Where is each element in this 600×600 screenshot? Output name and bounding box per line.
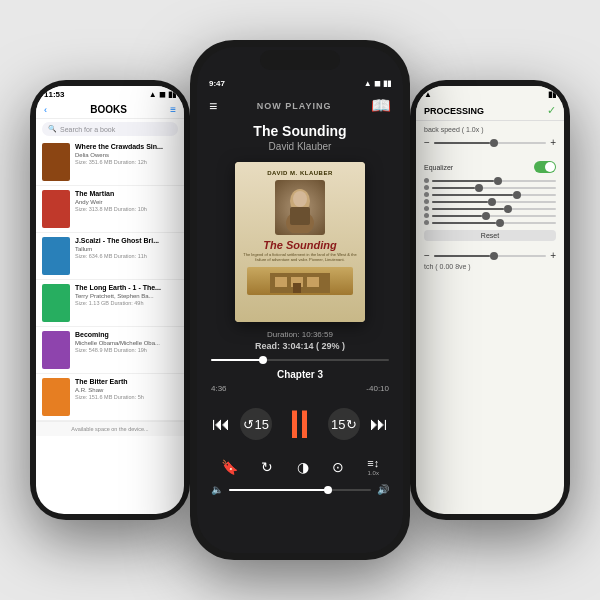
eq-row <box>424 185 556 190</box>
time-current: 4:36 <box>211 384 227 393</box>
eq-track[interactable] <box>432 215 556 217</box>
eq-track[interactable] <box>432 187 556 189</box>
left-status-bar: 11:53 ▲ ◼ ▮▮ <box>36 86 184 101</box>
eq-dot <box>424 185 429 190</box>
equalizer-toggle[interactable] <box>534 161 556 173</box>
center-status-icons: ▲ ◼ ▮▮ <box>364 79 391 88</box>
book-meta: Size: 1.13 GB Duration: 49h <box>75 300 178 306</box>
sleep-button[interactable]: ◑ <box>297 459 309 475</box>
skip-forward-icon: 15↻ <box>328 408 360 440</box>
right-phone: ▲ ▮▮ PROCESSING ✓ back speed ( 1.0x ) − … <box>410 80 570 520</box>
search-bar[interactable]: 🔍 Search for a book <box>42 122 178 136</box>
volume-track[interactable] <box>229 489 371 491</box>
book-info: The Long Earth - 1 - The... Terry Pratch… <box>75 284 178 306</box>
sleep-icon: ◑ <box>297 459 309 475</box>
book-cover <box>42 143 70 181</box>
cover-inner: DAVID M. KLAUBER The Sounding The legend… <box>235 162 365 322</box>
progress-bar-container[interactable] <box>197 359 403 361</box>
cover-subtitle: The legend of a fictional settlement in … <box>241 253 359 263</box>
list-item[interactable]: The Martian Andy Weir Size: 313.8 MB Dur… <box>36 186 184 233</box>
book-author: Terry Pratchett, Stephen Ba... <box>75 293 178 299</box>
book-title: J.Scalzi - The Ghost Bri... <box>75 237 170 245</box>
hamburger-icon[interactable]: ≡ <box>209 98 217 114</box>
eq-dot <box>424 206 429 211</box>
book-list: Where the Crawdads Sin... Delia Owens Si… <box>36 139 184 421</box>
volume-fill <box>229 489 328 491</box>
book-meta: Size: 313.8 MB Duration: 10h <box>75 206 178 212</box>
rewind-button[interactable]: ⏮ <box>207 410 235 438</box>
list-item[interactable]: Where the Crawdads Sin... Delia Owens Si… <box>36 139 184 186</box>
eq-track[interactable] <box>432 180 556 182</box>
cover-building <box>247 267 353 295</box>
book-meta: Size: 548.9 MB Duration: 19h <box>75 347 178 353</box>
eq-row <box>424 178 556 183</box>
eq-dot <box>424 199 429 204</box>
play-pause-button[interactable]: ⏸ <box>277 401 323 447</box>
pitch-track[interactable] <box>434 255 546 257</box>
duration-info: Duration: 10:36:59 <box>197 330 403 339</box>
fast-forward-button[interactable]: ⏭ <box>365 410 393 438</box>
list-item[interactable]: The Bitter Earth A.R. Shaw Size: 151.6 M… <box>36 374 184 421</box>
cover-container: DAVID M. KLAUBER The Sounding The legend… <box>197 162 403 322</box>
reset-button[interactable]: Reset <box>424 230 556 241</box>
equalizer-section: Equalizer <box>416 156 564 250</box>
bookmark-icon: 🔖 <box>221 459 238 475</box>
fast-forward-icon: ⏭ <box>365 410 393 438</box>
checkmark-icon[interactable]: ✓ <box>547 104 556 117</box>
eq-row <box>424 199 556 204</box>
pitch-plus-button[interactable]: + <box>550 250 556 261</box>
plus-button[interactable]: + <box>550 137 556 148</box>
eq-row <box>424 192 556 197</box>
eq-track[interactable] <box>432 222 556 224</box>
menu-icon[interactable]: ≡ <box>170 104 176 115</box>
right-battery: ▮▮ <box>548 90 556 99</box>
book-author: Michelle Obama/Michelle Oba... <box>75 340 178 346</box>
list-item[interactable]: The Long Earth - 1 - The... Terry Pratch… <box>36 280 184 327</box>
eq-track[interactable] <box>432 208 556 210</box>
speed-track[interactable] <box>434 142 546 144</box>
eq-track[interactable] <box>432 194 556 196</box>
speed-slider-row: − + <box>424 137 556 148</box>
left-header: ‹ BOOKS ≡ <box>36 101 184 119</box>
airplay-button[interactable]: ⊙ <box>332 459 344 475</box>
read-info: Read: 3:04:14 ( 29% ) <box>197 341 403 351</box>
book-meta: Size: 151.6 MB Duration: 5h <box>75 394 178 400</box>
equalizer-toggle-row: Equalizer <box>424 161 556 173</box>
book-info: Where the Crawdads Sin... Delia Owens Si… <box>75 143 178 165</box>
book-cover <box>42 331 70 369</box>
scene: 11:53 ▲ ◼ ▮▮ ‹ BOOKS ≡ 🔍 Search for a bo… <box>20 20 580 580</box>
book-author: Andy Weir <box>75 199 178 205</box>
speed-button[interactable]: ≡↕ 1.0x <box>367 457 379 476</box>
eq-track[interactable] <box>432 201 556 203</box>
airplay-icon: ⊙ <box>332 459 344 475</box>
left-phone: 11:53 ▲ ◼ ▮▮ ‹ BOOKS ≡ 🔍 Search for a bo… <box>30 80 190 520</box>
book-title: The Bitter Earth <box>75 378 170 386</box>
eq-row <box>424 213 556 218</box>
skip-back-button[interactable]: ↺15 <box>240 408 272 440</box>
progress-track[interactable] <box>211 359 389 361</box>
repeat-button[interactable]: ↻ <box>261 459 273 475</box>
back-button[interactable]: ‹ <box>44 105 47 115</box>
minus-button[interactable]: − <box>424 137 430 148</box>
left-time: 11:53 <box>44 90 64 99</box>
pitch-minus-button[interactable]: − <box>424 250 430 261</box>
book-title: The Martian <box>75 190 170 198</box>
cover-portrait <box>275 180 325 235</box>
time-row: 4:36 -40:10 <box>197 384 403 393</box>
book-info: Becoming Michelle Obama/Michelle Oba... … <box>75 331 178 353</box>
center-book-author: David Klauber <box>197 141 403 152</box>
book-title: Becoming <box>75 331 170 339</box>
eq-dot <box>424 220 429 225</box>
skip-forward-button[interactable]: 15↻ <box>328 408 360 440</box>
list-item[interactable]: J.Scalzi - The Ghost Bri... Tallum Size:… <box>36 233 184 280</box>
eq-row <box>424 206 556 211</box>
library-icon[interactable]: 📖 <box>371 96 391 115</box>
bookmark-button[interactable]: 🔖 <box>221 459 238 475</box>
rewind-icon: ⏮ <box>207 410 235 438</box>
book-meta: Size: 351.6 MB Duration: 12h <box>75 159 178 165</box>
secondary-controls: 🔖 ↻ ◑ ⊙ ≡↕ 1.0x <box>197 457 403 476</box>
eq-bands <box>424 178 556 225</box>
list-item[interactable]: Becoming Michelle Obama/Michelle Oba... … <box>36 327 184 374</box>
center-book-title: The Sounding <box>197 123 403 139</box>
now-playing-label: NOW PLAYING <box>257 101 332 111</box>
